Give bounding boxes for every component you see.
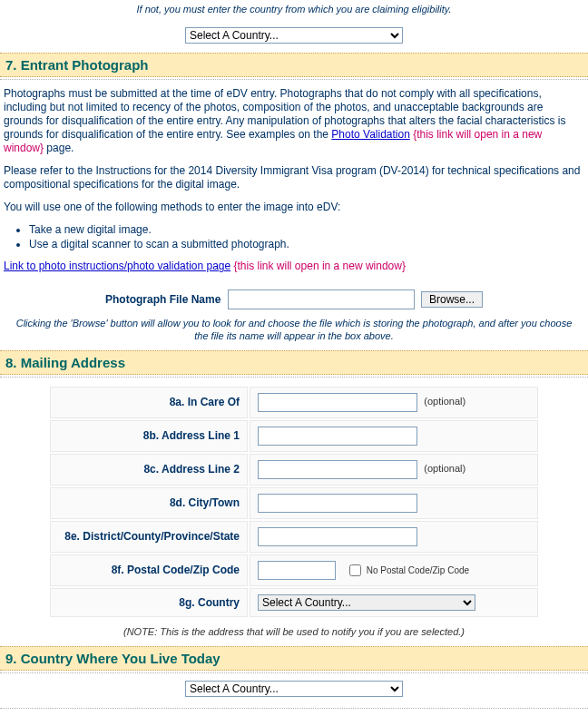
- section-7-header: 7. Entrant Photograph: [0, 53, 588, 77]
- divider: [0, 377, 588, 378]
- label-8a: 8a. In Care Of: [50, 387, 248, 418]
- browse-button[interactable]: Browse...: [421, 291, 483, 308]
- eligibility-note: If not, you must enter the country from …: [0, 0, 588, 22]
- eligibility-country-select[interactable]: Select A Country...: [185, 27, 403, 44]
- label-8c: 8c. Address Line 2: [50, 454, 248, 486]
- browse-hint: Clicking the 'Browse' button will allow …: [0, 313, 588, 350]
- no-postal-code-checkbox[interactable]: [349, 564, 361, 576]
- optional-hint: (optional): [424, 396, 466, 407]
- list-item: Take a new digital image.: [29, 223, 584, 236]
- new-window-hint: {this link will open in a new window}: [234, 260, 406, 272]
- photo-methods-list: Take a new digital image. Use a digital …: [4, 223, 584, 250]
- city-town-input[interactable]: [258, 494, 417, 513]
- list-item: Use a digital scanner to scan a submitte…: [29, 238, 584, 250]
- table-row: 8f. Postal Code/Zip Code No Postal Code/…: [50, 554, 538, 586]
- photo-para-2: Please refer to the Instructions for the…: [4, 164, 584, 191]
- live-country-select[interactable]: Select A Country...: [185, 681, 403, 697]
- photo-file-row: Photograph File Name Browse...: [0, 286, 588, 313]
- divider: [0, 672, 588, 673]
- in-care-of-input[interactable]: [258, 393, 417, 412]
- photo-para-1: Photographs must be submitted at the tim…: [4, 87, 584, 155]
- mailing-address-table: 8a. In Care Of (optional) 8b. Address Li…: [48, 385, 540, 619]
- divider: [0, 708, 588, 709]
- table-row: 8e. District/County/Province/State: [50, 521, 538, 553]
- label-8b: 8b. Address Line 1: [50, 420, 248, 452]
- text: page.: [44, 142, 74, 154]
- section-9-header: 9. Country Where You Live Today: [0, 646, 588, 671]
- photo-para-3: You will use one of the following method…: [4, 201, 584, 214]
- table-row: 8b. Address Line 1: [50, 420, 538, 452]
- table-row: 8a. In Care Of (optional): [50, 387, 538, 418]
- eligibility-country-row: Select A Country...: [0, 22, 588, 53]
- section-7-body: Photographs must be submitted at the tim…: [0, 82, 588, 286]
- mailing-address-note: (NOTE: This is the address that will be …: [0, 623, 588, 646]
- photo-validation-link[interactable]: Photo Validation: [331, 128, 410, 141]
- label-8f: 8f. Postal Code/Zip Code: [50, 554, 248, 586]
- photo-instructions-link-row: Link to photo instructions/photo validat…: [4, 260, 584, 273]
- district-input[interactable]: [258, 527, 417, 546]
- mailing-country-select[interactable]: Select A Country...: [258, 594, 475, 611]
- photo-file-input[interactable]: [228, 289, 415, 309]
- table-row: 8g. Country Select A Country...: [50, 588, 538, 617]
- label-8g: 8g. Country: [50, 588, 248, 617]
- section-8-header: 8. Mailing Address: [0, 350, 588, 375]
- live-country-row: Select A Country...: [0, 675, 588, 706]
- table-row: 8d. City/Town: [50, 487, 538, 519]
- photo-file-label: Photograph File Name: [105, 293, 220, 306]
- table-row: 8c. Address Line 2 (optional): [50, 454, 538, 486]
- address-line-1-input[interactable]: [258, 427, 417, 446]
- photo-instructions-link[interactable]: Link to photo instructions/photo validat…: [4, 260, 230, 272]
- divider: [0, 79, 588, 80]
- no-postal-code-label: No Postal Code/Zip Code: [367, 565, 469, 575]
- label-8e: 8e. District/County/Province/State: [50, 521, 248, 553]
- optional-hint: (optional): [424, 463, 466, 474]
- label-8d: 8d. City/Town: [50, 487, 248, 519]
- address-line-2-input[interactable]: [258, 460, 417, 479]
- postal-code-input[interactable]: [258, 561, 336, 580]
